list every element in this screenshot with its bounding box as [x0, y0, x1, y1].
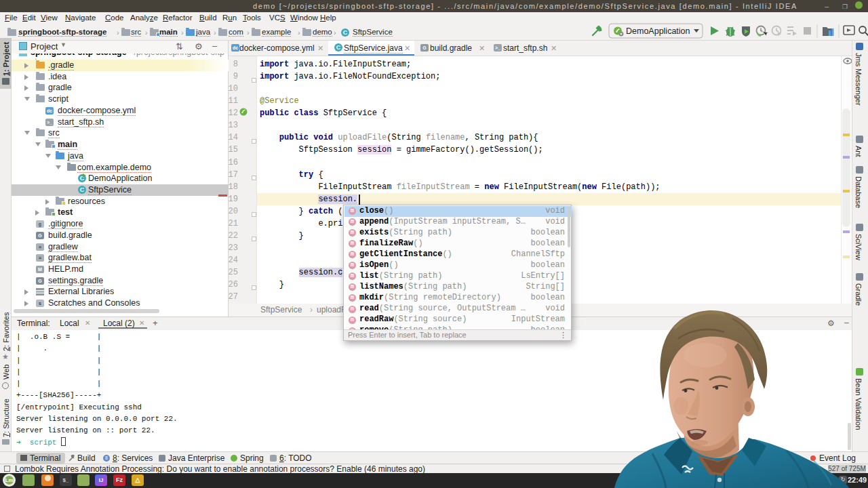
svg-text:DemoApplication: DemoApplication: [626, 26, 690, 36]
